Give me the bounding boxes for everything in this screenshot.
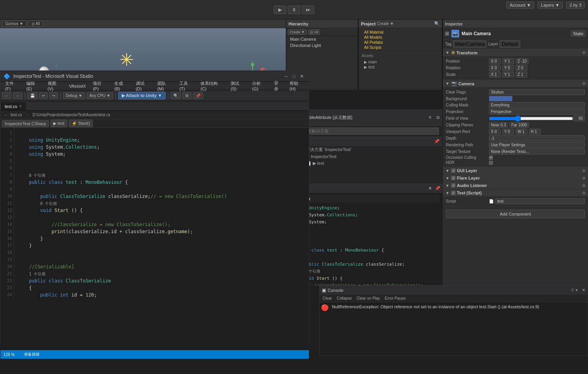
project-create-btn[interactable]: Create ▼	[377, 22, 394, 26]
console-collapse-btn[interactable]: Collapse	[335, 296, 354, 301]
menu-arch[interactable]: 体系结构(C)	[197, 80, 227, 92]
toolbar-misc1[interactable]: ⚙	[182, 92, 191, 99]
flare-active-checkbox[interactable]: ✓	[451, 176, 455, 180]
menu-view[interactable]: 视图(V)	[45, 80, 65, 92]
solution-search-input[interactable]	[300, 128, 439, 135]
scale-x[interactable]: X 1	[489, 72, 501, 77]
tab-close-icon[interactable]: ✕	[19, 104, 22, 108]
scale-y[interactable]: Y 1	[502, 72, 514, 77]
fov-slider[interactable]	[489, 116, 573, 121]
secondary-float-btn[interactable]: ⧉	[434, 114, 442, 121]
cpu-dropdown[interactable]: Any CPU ▼	[87, 92, 113, 99]
clear-flags-dropdown[interactable]: Skybox	[489, 89, 585, 95]
audio-listener-header[interactable]: ▼ ✓ Audio Listener ⚙	[443, 182, 588, 189]
pos-y[interactable]: Y 1	[502, 58, 514, 64]
menu-team[interactable]: 团队(M)	[154, 80, 175, 92]
menu-test[interactable]: 测试(S)	[227, 80, 248, 92]
rot-z[interactable]: Z 0	[516, 65, 527, 71]
layout-button[interactable]: 2 by 3	[566, 2, 585, 9]
toolbar-back-btn[interactable]: ←	[2, 92, 11, 99]
member-dropdown[interactable]: ▶ test	[51, 120, 67, 127]
menu-project[interactable]: 项目(P)	[90, 80, 110, 92]
gui-options-icon[interactable]: ⚙	[582, 169, 586, 173]
script-active-checkbox[interactable]: ✓	[451, 191, 455, 195]
tag-dropdown[interactable]: MainCamera	[453, 40, 487, 48]
camera-options-icon[interactable]: ⚙	[582, 81, 586, 86]
projection-dropdown[interactable]: Perspective	[489, 109, 585, 115]
menu-edit[interactable]: 编辑(E)	[23, 80, 44, 92]
toolbar-misc2[interactable]: 📌	[193, 92, 203, 99]
member-method-dropdown[interactable]: ⚡ Start()	[69, 120, 93, 127]
fav-all-material[interactable]: All Material	[361, 30, 440, 35]
test-script-header[interactable]: ▼ ✓ Test (Script) ⚙	[443, 189, 588, 196]
scale-z[interactable]: Z 1	[516, 72, 527, 77]
script-value[interactable]: test	[495, 198, 585, 204]
sub-panel-close-icon[interactable]: ✕	[428, 186, 432, 191]
culling-dropdown[interactable]: Everything	[489, 102, 585, 108]
menu-tools[interactable]: 工具(T)	[176, 80, 197, 92]
console-clear-play-btn[interactable]: Clear on Play	[355, 296, 382, 301]
hierarchy-item-light[interactable]: Directional Light	[286, 42, 358, 49]
account-button[interactable]: Account ▼	[506, 2, 534, 9]
console-clear-btn[interactable]: Clear	[321, 296, 334, 301]
pos-x[interactable]: X 0	[489, 58, 501, 64]
vp-w[interactable]: W 1	[516, 129, 527, 135]
fov-value[interactable]: 60	[573, 115, 585, 121]
asset-main[interactable]: ▶ main	[361, 59, 440, 65]
console-close-icon[interactable]: ✕	[582, 288, 585, 293]
toolbar-undo-btn[interactable]: ↩	[39, 92, 48, 99]
all-button[interactable]: ◎ All	[29, 21, 43, 27]
debug-config-dropdown[interactable]: Debug ▼	[63, 92, 85, 99]
vp-y[interactable]: Y 0	[502, 129, 514, 135]
solution-root-item[interactable]: 📁 ▶ 解决方案 'InspectorTest'	[290, 146, 442, 153]
project-search-icon[interactable]: 🔍	[434, 21, 440, 26]
hierarchy-all-btn[interactable]: ◎ All	[308, 29, 320, 35]
asset-test[interactable]: ▶ test	[361, 65, 440, 70]
pause-button[interactable]: ⏸	[288, 5, 300, 14]
toolbar-search-btn[interactable]: 🔍	[171, 92, 181, 99]
toolbar-save-btn[interactable]: 💾	[27, 92, 38, 99]
script-options-icon[interactable]: ⚙	[582, 191, 586, 195]
fav-all-scripts[interactable]: All Scripts	[361, 45, 440, 50]
near-value[interactable]: Near 0.3	[489, 122, 508, 128]
console-error-pause-btn[interactable]: Error Pause	[383, 296, 407, 301]
transform-header[interactable]: ▼ ⊕ Transform ⚙	[443, 49, 588, 56]
far-value[interactable]: Far 1000	[509, 122, 529, 128]
solution-pin-icon[interactable]: 📌	[434, 139, 440, 144]
menu-login[interactable]: 登录	[271, 79, 286, 93]
fav-all-models[interactable]: All Models	[361, 35, 440, 40]
background-color[interactable]	[489, 96, 512, 101]
flare-options-icon[interactable]: ⚙	[582, 176, 586, 180]
solution-project-item[interactable]: 📁 ▶ InspectorTest	[290, 153, 442, 160]
gizmos-button[interactable]: Gizmos ▼	[2, 21, 26, 27]
target-texture-dropdown[interactable]: None (Render Textu...	[489, 149, 585, 155]
fav-all-prefabs[interactable]: All Prefabs	[361, 40, 440, 45]
depth-value[interactable]: -1	[489, 135, 585, 141]
rot-x[interactable]: X 0	[489, 65, 501, 71]
menu-help[interactable]: 帮助(H)	[287, 80, 307, 92]
menu-build[interactable]: 生成(B)	[111, 80, 132, 92]
tab-test-cs[interactable]: test.cs ✕	[0, 102, 26, 110]
gui-layer-header[interactable]: ▼ ✓ GUI Layer ⚙	[443, 167, 588, 174]
menu-file[interactable]: 文件(F)	[2, 80, 22, 92]
hierarchy-create-btn[interactable]: Create ▼	[288, 29, 307, 35]
secondary-close-btn[interactable]: ✕	[426, 114, 434, 121]
menu-debug[interactable]: 调试(D)	[133, 80, 153, 92]
vp-x[interactable]: X 0	[489, 129, 501, 135]
close-button[interactable]: ✕	[298, 72, 306, 80]
sub-panel-pin-icon[interactable]: 📌	[435, 186, 440, 191]
flare-layer-header[interactable]: ▼ ✓ Flare Layer ⚙	[443, 174, 588, 182]
occlusion-checkbox[interactable]: ✓	[489, 156, 493, 160]
static-badge[interactable]: Static	[571, 31, 586, 37]
audio-options-icon[interactable]: ⚙	[582, 183, 586, 188]
class-dropdown[interactable]: InspectorTest.CSharp	[2, 120, 49, 127]
layer-dropdown[interactable]: Default	[500, 40, 520, 48]
add-component-button[interactable]: Add Component	[446, 210, 585, 218]
hierarchy-item-camera[interactable]: Main Camera	[286, 36, 358, 42]
transform-options-icon[interactable]: ⚙	[582, 50, 586, 55]
toolbar-fwd-btn[interactable]: →	[13, 92, 22, 99]
layers-button[interactable]: Layers ▼	[537, 2, 563, 9]
menu-analyze[interactable]: 分析(G)	[249, 80, 270, 92]
vp-h[interactable]: H 1	[529, 129, 541, 135]
hdr-checkbox[interactable]	[489, 161, 493, 165]
